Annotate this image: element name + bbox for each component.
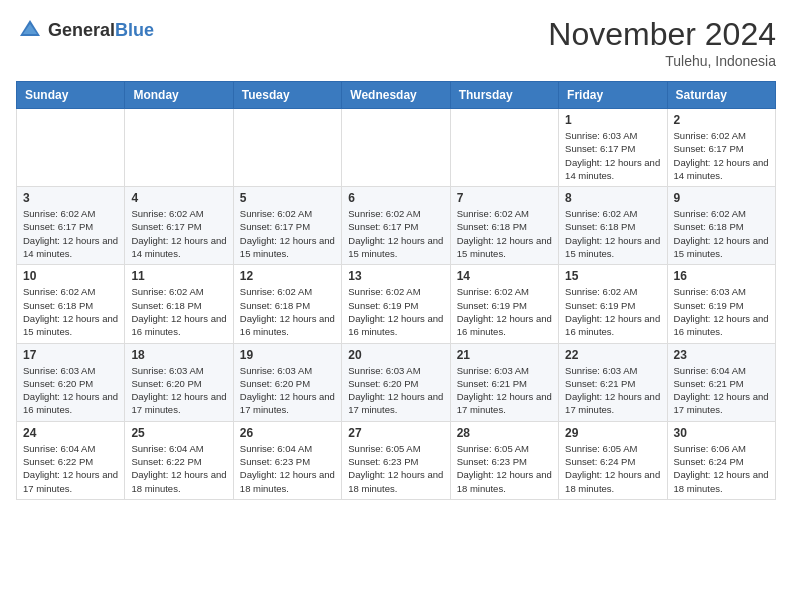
day-info: Sunrise: 6:02 AMSunset: 6:17 PMDaylight:… xyxy=(23,207,118,260)
day-number: 6 xyxy=(348,191,443,205)
calendar-cell: 29Sunrise: 6:05 AMSunset: 6:24 PMDayligh… xyxy=(559,421,667,499)
day-number: 28 xyxy=(457,426,552,440)
calendar-cell: 26Sunrise: 6:04 AMSunset: 6:23 PMDayligh… xyxy=(233,421,341,499)
calendar-cell: 15Sunrise: 6:02 AMSunset: 6:19 PMDayligh… xyxy=(559,265,667,343)
weekday-header-monday: Monday xyxy=(125,82,233,109)
calendar-week-0: 1Sunrise: 6:03 AMSunset: 6:17 PMDaylight… xyxy=(17,109,776,187)
calendar-cell xyxy=(233,109,341,187)
day-info: Sunrise: 6:03 AMSunset: 6:20 PMDaylight:… xyxy=(348,364,443,417)
weekday-header-thursday: Thursday xyxy=(450,82,558,109)
day-number: 13 xyxy=(348,269,443,283)
day-number: 11 xyxy=(131,269,226,283)
calendar-cell: 19Sunrise: 6:03 AMSunset: 6:20 PMDayligh… xyxy=(233,343,341,421)
day-number: 26 xyxy=(240,426,335,440)
day-info: Sunrise: 6:02 AMSunset: 6:17 PMDaylight:… xyxy=(240,207,335,260)
day-number: 21 xyxy=(457,348,552,362)
day-info: Sunrise: 6:04 AMSunset: 6:22 PMDaylight:… xyxy=(131,442,226,495)
calendar-cell: 10Sunrise: 6:02 AMSunset: 6:18 PMDayligh… xyxy=(17,265,125,343)
day-number: 9 xyxy=(674,191,769,205)
month-title: November 2024 xyxy=(548,16,776,53)
calendar-cell: 2Sunrise: 6:02 AMSunset: 6:17 PMDaylight… xyxy=(667,109,775,187)
calendar-cell: 8Sunrise: 6:02 AMSunset: 6:18 PMDaylight… xyxy=(559,187,667,265)
calendar-cell: 11Sunrise: 6:02 AMSunset: 6:18 PMDayligh… xyxy=(125,265,233,343)
calendar-cell: 16Sunrise: 6:03 AMSunset: 6:19 PMDayligh… xyxy=(667,265,775,343)
day-info: Sunrise: 6:03 AMSunset: 6:21 PMDaylight:… xyxy=(457,364,552,417)
day-info: Sunrise: 6:03 AMSunset: 6:20 PMDaylight:… xyxy=(131,364,226,417)
day-number: 12 xyxy=(240,269,335,283)
calendar-cell: 9Sunrise: 6:02 AMSunset: 6:18 PMDaylight… xyxy=(667,187,775,265)
calendar-cell: 13Sunrise: 6:02 AMSunset: 6:19 PMDayligh… xyxy=(342,265,450,343)
calendar: SundayMondayTuesdayWednesdayThursdayFrid… xyxy=(16,81,776,500)
calendar-cell: 30Sunrise: 6:06 AMSunset: 6:24 PMDayligh… xyxy=(667,421,775,499)
logo-text-blue: Blue xyxy=(115,20,154,40)
day-info: Sunrise: 6:02 AMSunset: 6:18 PMDaylight:… xyxy=(674,207,769,260)
calendar-cell: 17Sunrise: 6:03 AMSunset: 6:20 PMDayligh… xyxy=(17,343,125,421)
day-info: Sunrise: 6:03 AMSunset: 6:20 PMDaylight:… xyxy=(23,364,118,417)
calendar-week-4: 24Sunrise: 6:04 AMSunset: 6:22 PMDayligh… xyxy=(17,421,776,499)
day-info: Sunrise: 6:02 AMSunset: 6:18 PMDaylight:… xyxy=(240,285,335,338)
calendar-cell xyxy=(342,109,450,187)
location: Tulehu, Indonesia xyxy=(548,53,776,69)
calendar-week-3: 17Sunrise: 6:03 AMSunset: 6:20 PMDayligh… xyxy=(17,343,776,421)
calendar-cell: 4Sunrise: 6:02 AMSunset: 6:17 PMDaylight… xyxy=(125,187,233,265)
day-number: 5 xyxy=(240,191,335,205)
day-number: 17 xyxy=(23,348,118,362)
calendar-cell: 7Sunrise: 6:02 AMSunset: 6:18 PMDaylight… xyxy=(450,187,558,265)
day-info: Sunrise: 6:02 AMSunset: 6:18 PMDaylight:… xyxy=(23,285,118,338)
day-info: Sunrise: 6:05 AMSunset: 6:23 PMDaylight:… xyxy=(348,442,443,495)
day-number: 25 xyxy=(131,426,226,440)
day-number: 20 xyxy=(348,348,443,362)
weekday-header-saturday: Saturday xyxy=(667,82,775,109)
calendar-cell: 21Sunrise: 6:03 AMSunset: 6:21 PMDayligh… xyxy=(450,343,558,421)
day-number: 3 xyxy=(23,191,118,205)
day-info: Sunrise: 6:03 AMSunset: 6:20 PMDaylight:… xyxy=(240,364,335,417)
day-number: 14 xyxy=(457,269,552,283)
day-info: Sunrise: 6:02 AMSunset: 6:18 PMDaylight:… xyxy=(565,207,660,260)
day-info: Sunrise: 6:04 AMSunset: 6:21 PMDaylight:… xyxy=(674,364,769,417)
calendar-cell: 3Sunrise: 6:02 AMSunset: 6:17 PMDaylight… xyxy=(17,187,125,265)
calendar-cell: 22Sunrise: 6:03 AMSunset: 6:21 PMDayligh… xyxy=(559,343,667,421)
day-info: Sunrise: 6:02 AMSunset: 6:17 PMDaylight:… xyxy=(131,207,226,260)
weekday-header-row: SundayMondayTuesdayWednesdayThursdayFrid… xyxy=(17,82,776,109)
day-info: Sunrise: 6:02 AMSunset: 6:18 PMDaylight:… xyxy=(457,207,552,260)
day-info: Sunrise: 6:02 AMSunset: 6:18 PMDaylight:… xyxy=(131,285,226,338)
calendar-cell: 5Sunrise: 6:02 AMSunset: 6:17 PMDaylight… xyxy=(233,187,341,265)
day-info: Sunrise: 6:03 AMSunset: 6:21 PMDaylight:… xyxy=(565,364,660,417)
calendar-cell: 1Sunrise: 6:03 AMSunset: 6:17 PMDaylight… xyxy=(559,109,667,187)
day-number: 1 xyxy=(565,113,660,127)
day-info: Sunrise: 6:05 AMSunset: 6:24 PMDaylight:… xyxy=(565,442,660,495)
logo: GeneralBlue xyxy=(16,16,154,44)
calendar-cell: 24Sunrise: 6:04 AMSunset: 6:22 PMDayligh… xyxy=(17,421,125,499)
title-block: November 2024 Tulehu, Indonesia xyxy=(548,16,776,69)
calendar-cell: 6Sunrise: 6:02 AMSunset: 6:17 PMDaylight… xyxy=(342,187,450,265)
day-info: Sunrise: 6:06 AMSunset: 6:24 PMDaylight:… xyxy=(674,442,769,495)
page-header: GeneralBlue November 2024 Tulehu, Indone… xyxy=(16,16,776,69)
calendar-cell: 23Sunrise: 6:04 AMSunset: 6:21 PMDayligh… xyxy=(667,343,775,421)
calendar-cell: 25Sunrise: 6:04 AMSunset: 6:22 PMDayligh… xyxy=(125,421,233,499)
day-info: Sunrise: 6:04 AMSunset: 6:22 PMDaylight:… xyxy=(23,442,118,495)
day-number: 8 xyxy=(565,191,660,205)
day-info: Sunrise: 6:02 AMSunset: 6:19 PMDaylight:… xyxy=(457,285,552,338)
day-number: 23 xyxy=(674,348,769,362)
day-info: Sunrise: 6:02 AMSunset: 6:19 PMDaylight:… xyxy=(348,285,443,338)
day-info: Sunrise: 6:03 AMSunset: 6:19 PMDaylight:… xyxy=(674,285,769,338)
day-number: 29 xyxy=(565,426,660,440)
calendar-cell xyxy=(17,109,125,187)
weekday-header-tuesday: Tuesday xyxy=(233,82,341,109)
day-info: Sunrise: 6:04 AMSunset: 6:23 PMDaylight:… xyxy=(240,442,335,495)
calendar-cell: 14Sunrise: 6:02 AMSunset: 6:19 PMDayligh… xyxy=(450,265,558,343)
weekday-header-wednesday: Wednesday xyxy=(342,82,450,109)
logo-text-general: General xyxy=(48,20,115,40)
weekday-header-friday: Friday xyxy=(559,82,667,109)
day-info: Sunrise: 6:02 AMSunset: 6:17 PMDaylight:… xyxy=(348,207,443,260)
day-info: Sunrise: 6:02 AMSunset: 6:17 PMDaylight:… xyxy=(674,129,769,182)
day-info: Sunrise: 6:02 AMSunset: 6:19 PMDaylight:… xyxy=(565,285,660,338)
day-number: 27 xyxy=(348,426,443,440)
calendar-cell xyxy=(450,109,558,187)
calendar-week-2: 10Sunrise: 6:02 AMSunset: 6:18 PMDayligh… xyxy=(17,265,776,343)
day-number: 7 xyxy=(457,191,552,205)
day-number: 2 xyxy=(674,113,769,127)
day-number: 30 xyxy=(674,426,769,440)
day-number: 16 xyxy=(674,269,769,283)
calendar-week-1: 3Sunrise: 6:02 AMSunset: 6:17 PMDaylight… xyxy=(17,187,776,265)
